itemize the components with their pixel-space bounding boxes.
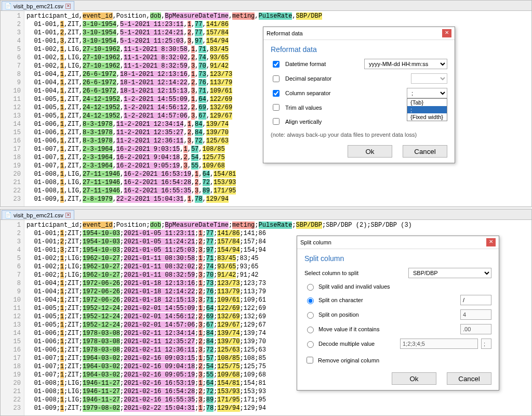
- split-decode-radio[interactable]: [307, 341, 314, 348]
- split-decode-label: Decode multiple value: [318, 341, 375, 347]
- file-tab-label: visit_bp_emc21.csv: [14, 212, 63, 218]
- file-tab[interactable]: 📄 visit_bp_emc21.csv ✕: [2, 1, 74, 10]
- split-pos-input[interactable]: [460, 309, 491, 320]
- line-gutter: 1 2 3 4 5 6 7 8 9 10 11 12 13 14 15 16 1…: [1, 220, 24, 415]
- remove-original-label: Remove original column: [318, 357, 379, 363]
- colsep-dropdown-list[interactable]: {Tab};{Fixed width}: [407, 98, 447, 121]
- editor-panel-top: 📄 visit_bp_emc21.csv ✕ 1 2 3 4 5 6 7 8 9…: [0, 0, 532, 207]
- split-char-label: Split on character: [318, 297, 363, 303]
- dialog-close-button[interactable]: ✕: [442, 29, 451, 37]
- file-tab-label: visit_bp_emc21.csv: [14, 3, 63, 9]
- ok-button[interactable]: Ok: [392, 372, 436, 385]
- align-checkbox[interactable]: [273, 118, 280, 125]
- csv-file-icon: 📄: [5, 212, 11, 218]
- datetime-select[interactable]: yyyy-MM-dd HH:mm:ss: [364, 59, 447, 69]
- decimal-label: Decimal separator: [285, 75, 407, 82]
- line-gutter: 1 2 3 4 5 6 7 8 9 10 11 12 13 14 15 16 1…: [1, 11, 24, 206]
- tab-strip: 📄 visit_bp_emc21.csv ✕: [1, 1, 531, 11]
- colsep-select[interactable]: ;: [407, 88, 447, 98]
- dialog-titlebar: Split column ✕: [297, 236, 499, 249]
- ok-button[interactable]: Ok: [348, 145, 392, 158]
- colsep-option[interactable]: {Tab}: [407, 99, 447, 106]
- dialog-note: (note: always back-up your data files to…: [271, 132, 447, 138]
- select-column-label: Select column to split: [304, 270, 404, 276]
- datetime-checkbox[interactable]: [273, 61, 280, 68]
- file-tab[interactable]: 📄 visit_bp_emc21.csv ✕: [2, 210, 74, 219]
- decimal-checkbox[interactable]: [273, 75, 280, 82]
- split-decode-sep-input[interactable]: [481, 339, 491, 349]
- split-move-label: Move value if it contains: [318, 326, 379, 332]
- split-dialog: Split column ✕ Split column Select colum…: [297, 236, 499, 391]
- cancel-button[interactable]: Cancel: [447, 372, 491, 385]
- split-valid-radio[interactable]: [307, 284, 314, 291]
- csv-file-icon: 📄: [5, 3, 11, 9]
- trim-checkbox[interactable]: [273, 104, 280, 111]
- remove-original-checkbox[interactable]: [307, 357, 313, 363]
- dialog-title: Split column: [300, 239, 331, 245]
- close-tab-icon[interactable]: ✕: [65, 4, 71, 9]
- dialog-heading: Split column: [304, 254, 491, 263]
- split-pos-label: Split on position: [318, 311, 359, 318]
- colsep-checkbox[interactable]: [273, 90, 280, 97]
- editor-bottom[interactable]: 1 2 3 4 5 6 7 8 9 10 11 12 13 14 15 16 1…: [1, 220, 531, 415]
- colsep-option[interactable]: ;: [407, 106, 447, 113]
- colsep-label: Column separator: [285, 90, 403, 96]
- select-column-dropdown[interactable]: SBP/DBP: [408, 268, 491, 278]
- dialog-close-button[interactable]: ✕: [486, 238, 496, 246]
- split-move-input[interactable]: [460, 324, 491, 334]
- close-tab-icon[interactable]: ✕: [65, 213, 71, 218]
- split-char-input[interactable]: [460, 295, 491, 305]
- split-move-radio[interactable]: [307, 327, 314, 333]
- split-valid-label: Split valid and invalid values: [318, 283, 390, 290]
- dialog-heading: Reformat data: [271, 45, 447, 54]
- datetime-label: Datetime format: [285, 61, 360, 67]
- split-pos-radio[interactable]: [307, 312, 314, 319]
- split-char-radio[interactable]: [307, 297, 314, 304]
- colsep-option[interactable]: {Fixed width}: [407, 113, 447, 121]
- dialog-title: Reformat data: [267, 30, 303, 36]
- cancel-button[interactable]: Cancel: [403, 145, 447, 158]
- tab-strip: 📄 visit_bp_emc21.csv ✕: [1, 210, 531, 220]
- dialog-titlebar: Reformat data ✕: [263, 27, 455, 40]
- editor-top[interactable]: 1 2 3 4 5 6 7 8 9 10 11 12 13 14 15 16 1…: [1, 11, 531, 206]
- reformat-dialog: Reformat data ✕ Reformat data Datetime f…: [263, 27, 455, 163]
- split-decode-input[interactable]: [400, 339, 478, 349]
- decimal-select[interactable]: [411, 73, 447, 84]
- editor-panel-bottom: 📄 visit_bp_emc21.csv ✕ 1 2 3 4 5 6 7 8 9…: [0, 209, 532, 416]
